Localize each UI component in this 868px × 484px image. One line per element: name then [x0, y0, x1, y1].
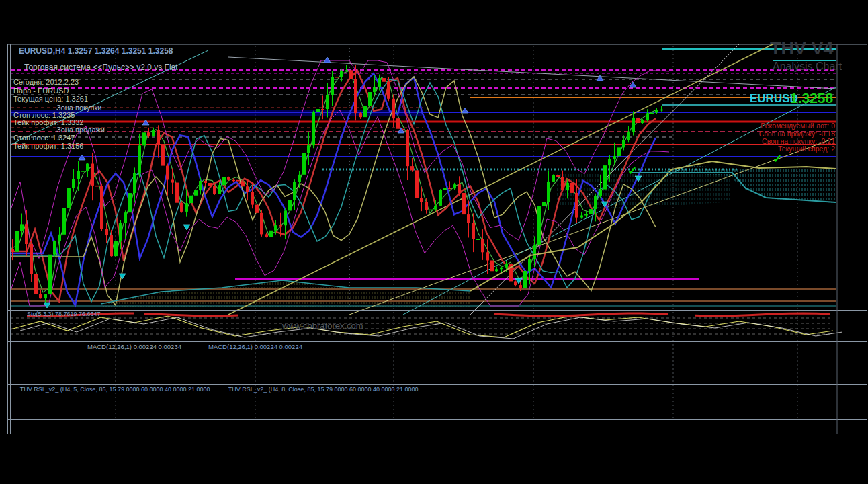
candle-body	[119, 223, 122, 241]
macd-label-1: MACD(12,26,1) 0.00224 0.00234	[87, 344, 181, 350]
candle-body	[359, 113, 362, 117]
current-spread: Текущий спред: 2	[667, 145, 835, 153]
candle-body	[622, 140, 625, 147]
candle-body	[335, 77, 339, 78]
info-current-price: Текущая цена: 1.3261	[13, 95, 88, 103]
candle-body	[382, 78, 386, 82]
candle-body	[307, 145, 310, 153]
candle-body	[331, 77, 334, 95]
candle-body	[514, 281, 517, 285]
candle-body	[128, 193, 132, 212]
candle-body	[255, 205, 259, 213]
candle-body	[62, 208, 66, 234]
info-pair: Пара - EURUSD	[13, 87, 69, 95]
price-scale[interactable]	[837, 44, 868, 421]
system-name-label: Торговая система <<Пульс>> v2.0 vs Flat	[24, 63, 178, 72]
sell-zone-label: Зона продажи	[56, 126, 105, 134]
candle-body	[439, 190, 442, 206]
candle-body	[566, 183, 569, 190]
candle-body	[133, 173, 136, 193]
sell-stoploss: Стоп лосс: 1.3247	[13, 134, 75, 142]
rsi-label-2: . . THV RSI _v2_ (H4, 8, Close, 85, 15 7…	[222, 387, 419, 393]
candle-body	[124, 212, 127, 223]
candle-body	[48, 255, 52, 294]
candle-body	[269, 231, 273, 237]
mt4-terminal: { "titles": { "chart_title": "EURUSD,H4 …	[0, 0, 868, 484]
quote-price: 1.3258	[790, 90, 833, 106]
fractal-up-arrow-icon	[324, 57, 331, 63]
candle-body	[326, 95, 329, 109]
candle-body	[378, 78, 381, 87]
candle-body	[354, 79, 357, 113]
candle-body	[166, 166, 169, 180]
candle-body	[349, 70, 353, 79]
check-mark-icon: ✓	[773, 153, 782, 165]
candle-body	[462, 193, 466, 214]
candle-body	[495, 269, 498, 271]
candle-body	[552, 175, 555, 182]
ichimoku-cloud-left	[101, 280, 470, 307]
candle-body	[161, 145, 165, 166]
chart-canvas[interactable]: ✓✓	[0, 0, 868, 484]
candle-body	[30, 244, 33, 274]
candle-body	[434, 206, 437, 210]
candle-body	[105, 229, 108, 235]
candle-body	[636, 118, 640, 123]
candle-body	[396, 118, 400, 129]
candle-body	[340, 71, 343, 77]
candle-body	[453, 184, 456, 188]
fractal-down-arrow-icon	[44, 302, 50, 308]
candle-body	[448, 188, 451, 190]
candle-body	[222, 177, 226, 185]
fractal-down-arrow-icon	[183, 225, 190, 230]
candle-body	[627, 132, 630, 140]
candle-body	[288, 200, 292, 210]
candle-body	[599, 190, 602, 196]
candle-body	[199, 181, 202, 190]
candle-body	[570, 183, 574, 193]
fractal-down-arrow-icon	[119, 274, 126, 279]
candle-body	[213, 186, 216, 194]
candle-body	[34, 274, 38, 294]
candle-body	[542, 202, 546, 206]
candle-body	[373, 87, 376, 92]
candle-body	[387, 82, 390, 99]
candle-body	[175, 183, 179, 203]
candle-body	[260, 213, 263, 235]
candle-body	[547, 182, 550, 202]
candle-body	[392, 99, 395, 118]
candle-body	[420, 198, 423, 202]
candle-body	[556, 175, 560, 177]
candle-body	[490, 260, 494, 271]
candle-body	[561, 177, 564, 190]
candle-body	[91, 164, 94, 186]
site-watermark: www.cobraforex.com	[282, 321, 363, 331]
candle-body	[77, 171, 80, 179]
candle-body	[298, 175, 301, 182]
fractal-up-arrow-icon	[630, 82, 636, 87]
candle-body	[293, 182, 296, 200]
candle-body	[660, 110, 663, 111]
time-scale[interactable]	[7, 421, 840, 433]
candle-body	[584, 214, 588, 215]
candle-body	[646, 113, 649, 120]
candle-body	[603, 165, 607, 189]
candle-body	[15, 231, 19, 251]
candle-body	[641, 120, 644, 123]
candle-body	[575, 193, 578, 218]
candle-body	[321, 109, 324, 110]
candle-body	[425, 202, 428, 210]
candle-body	[218, 185, 221, 194]
candle-body	[86, 164, 89, 171]
candle-body	[189, 196, 193, 203]
fractal-up-arrow-icon	[462, 108, 468, 113]
candle-body	[279, 225, 282, 227]
candle-body	[476, 239, 480, 241]
candle-body	[537, 206, 541, 245]
candle-body	[142, 132, 146, 145]
stoch-overbought-band	[144, 313, 238, 316]
recommended-lot: Рекомендуемый лот: 0	[667, 122, 835, 130]
candle-body	[72, 179, 75, 188]
candle-body	[265, 234, 268, 237]
candle-body	[274, 225, 277, 231]
